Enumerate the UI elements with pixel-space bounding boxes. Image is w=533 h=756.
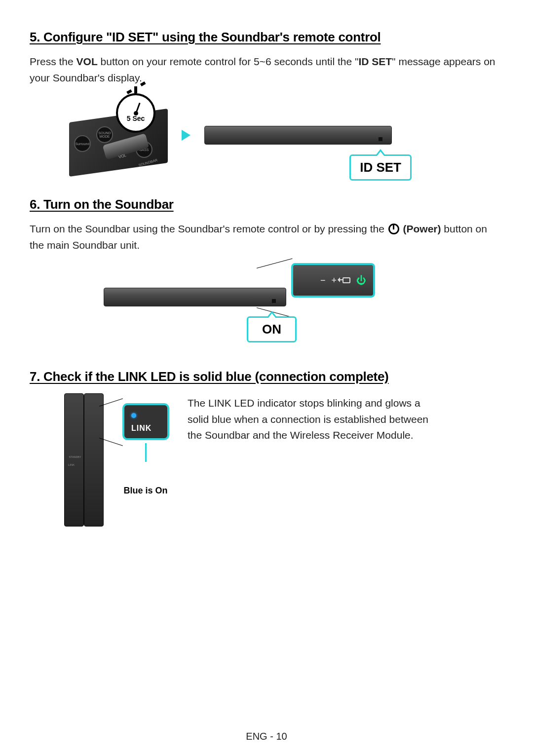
- soundbar-illustration: ID SET: [204, 126, 392, 145]
- section-5: 5. Configure "ID SET" using the Soundbar…: [30, 30, 503, 175]
- link-panel: LINK: [122, 403, 169, 440]
- section-6: 6. Turn on the Soundbar Turn on the Soun…: [30, 197, 503, 347]
- page-footer: ENG - 10: [0, 731, 533, 742]
- arrow-right-icon: [182, 130, 190, 141]
- remote-btn-mode: SOUND MODE: [96, 126, 113, 143]
- receiver-link-label: LINK: [68, 463, 75, 466]
- receiver-standby-label: STANDBY: [69, 455, 81, 458]
- section-6-figure: − + ⏻ ON: [104, 263, 380, 347]
- remote-btn-surround: Surround: [74, 135, 91, 152]
- volume-down-icon: −: [320, 275, 326, 286]
- section-5-figure: Surround SOUND MODE BASS VOL SOUNDBAR 5 …: [69, 96, 503, 175]
- power-label: (Power): [403, 223, 441, 234]
- volume-up-icon: +: [331, 275, 337, 286]
- blue-is-on-label: Blue is On: [118, 486, 173, 496]
- zoom-line: [257, 259, 293, 268]
- text-fragment: Turn on the Soundbar using the Soundbar'…: [30, 223, 387, 234]
- vol-label: VOL: [76, 56, 98, 67]
- receiver-illustration: STANDBY LINK: [64, 393, 104, 527]
- section-5-heading: 5. Configure "ID SET" using the Soundbar…: [30, 30, 503, 45]
- stopwatch-label: 5 Sec: [127, 114, 145, 122]
- remote-illustration: Surround SOUND MODE BASS VOL SOUNDBAR 5 …: [69, 96, 168, 175]
- section-6-heading: 6. Turn on the Soundbar: [30, 197, 503, 212]
- on-callout: ON: [247, 316, 297, 342]
- power-icon: [388, 224, 399, 234]
- link-led-icon: [131, 413, 136, 418]
- section-6-body: Turn on the Soundbar using the Soundbar'…: [30, 221, 503, 253]
- callout-pointer: [145, 443, 147, 462]
- link-zoom-box: LINK Blue is On: [118, 403, 173, 496]
- source-icon: [343, 277, 350, 283]
- section-7-figure-row: STANDBY LINK LINK Blue is On The LINK LE…: [64, 393, 503, 527]
- stopwatch-icon: 5 Sec: [116, 93, 155, 133]
- soundbar-control-panel: − + ⏻: [291, 263, 375, 298]
- power-icon: ⏻: [356, 275, 366, 286]
- section-7-heading: 7. Check if the LINK LED is solid blue (…: [30, 369, 503, 384]
- idset-inline: ID SET: [358, 56, 392, 67]
- soundbar-illustration: [104, 288, 286, 306]
- text-fragment: Press the: [30, 56, 76, 67]
- section-7: 7. Check if the LINK LED is solid blue (…: [30, 369, 503, 527]
- idset-callout: ID SET: [349, 154, 412, 181]
- section-5-body: Press the VOL button on your remote cont…: [30, 54, 503, 86]
- text-fragment: button on your remote control for 5~6 se…: [98, 56, 359, 67]
- link-label: LINK: [131, 424, 152, 433]
- section-7-body: The LINK LED indicator stops blinking an…: [188, 395, 444, 444]
